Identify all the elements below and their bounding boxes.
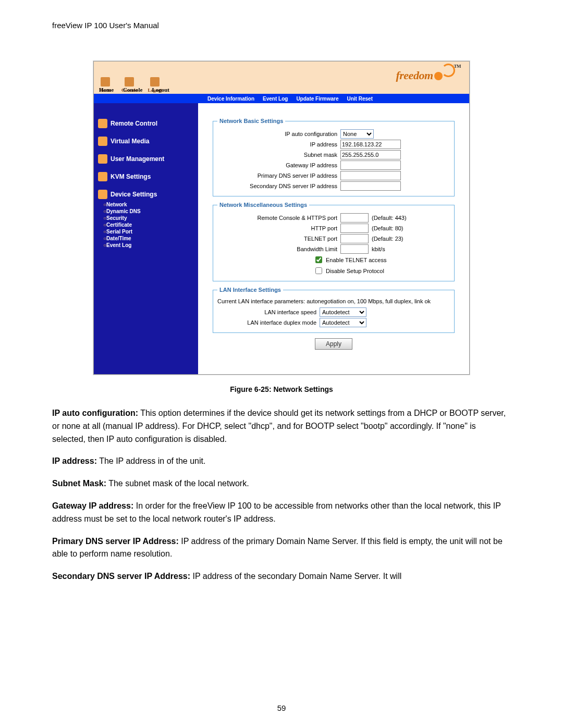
label-primary-dns: Primary DNS server IP address bbox=[217, 172, 340, 179]
lan-current-text: Current LAN interface parameters: autone… bbox=[217, 298, 450, 304]
input-subnet[interactable] bbox=[340, 150, 401, 159]
sidebar-sub-network[interactable]: ○Network bbox=[103, 201, 194, 208]
sidebar-item-label: Device Settings bbox=[111, 191, 157, 198]
sidebar-item-virtual-media[interactable]: Virtual Media bbox=[98, 137, 194, 146]
toolbar-logout-text[interactable]: Logout bbox=[152, 87, 169, 93]
brand-swirl-icon bbox=[442, 64, 455, 77]
figure-caption: Figure 6-25: Network Settings bbox=[52, 385, 511, 393]
sidebar-subnav: ○Network ○Dynamic DNS ○Security ○Certifi… bbox=[103, 201, 194, 249]
label-http-port: HTTP port bbox=[217, 225, 340, 231]
user-management-icon bbox=[98, 154, 107, 164]
select-ip-auto[interactable]: None bbox=[340, 129, 374, 139]
label-secondary-dns: Secondary DNS server IP address bbox=[217, 183, 340, 189]
input-http-port[interactable] bbox=[340, 224, 369, 233]
sidebar-item-remote-control[interactable]: Remote Control bbox=[98, 119, 194, 128]
label-lan-speed: LAN interface speed bbox=[217, 309, 320, 315]
submenu-bar: Device Information Event Log Update Firm… bbox=[94, 94, 469, 103]
input-secondary-dns[interactable] bbox=[340, 181, 401, 191]
sidebar-item-kvm-settings[interactable]: KVM Settings bbox=[98, 172, 194, 181]
content-panel: Network Basic Settings IP auto configura… bbox=[198, 103, 469, 374]
console-icon bbox=[125, 77, 134, 87]
screenshot-panel: Home Console Logout Home Console Logout … bbox=[93, 61, 470, 375]
para-gateway: Gateway IP address: In order for the fre… bbox=[52, 500, 511, 526]
page-number: 59 bbox=[0, 704, 563, 712]
device-settings-icon bbox=[98, 190, 107, 199]
logout-icon bbox=[150, 77, 160, 87]
sidebar-item-label: User Management bbox=[111, 155, 164, 163]
label-enable-telnet: Enable TELNET access bbox=[326, 257, 386, 263]
para-ip-auto: IP auto configuration: This option deter… bbox=[52, 407, 511, 446]
sidebar-sub-certificate[interactable]: ○Certificate bbox=[103, 221, 194, 228]
label-https-port: Remote Console & HTTPS port bbox=[217, 215, 340, 221]
submenu-unit-reset[interactable]: Unit Reset bbox=[347, 96, 373, 102]
checkbox-enable-telnet[interactable] bbox=[315, 256, 322, 263]
toolbar-home-text[interactable]: Home bbox=[99, 87, 114, 93]
hint-bandwidth: kbit/s bbox=[372, 246, 385, 252]
para-primary-dns: Primary DNS server IP Address: IP addres… bbox=[52, 535, 511, 561]
fieldset-lan: LAN Interface Settings Current LAN inter… bbox=[213, 287, 455, 333]
sidebar-item-label: Virtual Media bbox=[111, 138, 149, 145]
select-lan-duplex[interactable]: Autodetect bbox=[320, 318, 366, 327]
label-subnet: Subnet mask bbox=[217, 152, 340, 158]
brand-logo: freedomTM bbox=[396, 69, 463, 82]
input-bandwidth[interactable] bbox=[340, 244, 369, 254]
label-disable-setup: Disable Setup Protocol bbox=[326, 268, 384, 274]
apply-button[interactable]: Apply bbox=[315, 338, 352, 350]
sidebar-item-user-management[interactable]: User Management bbox=[98, 154, 194, 164]
para-subnet: Subnet Mask: The subnet mask of the loca… bbox=[52, 477, 511, 490]
sidebar-item-device-settings[interactable]: Device Settings bbox=[98, 190, 194, 199]
kvm-settings-icon bbox=[98, 172, 107, 181]
submenu-event-log[interactable]: Event Log bbox=[263, 96, 288, 102]
sidebar-sub-date-time[interactable]: ○Date/Time bbox=[103, 235, 194, 242]
input-telnet-port[interactable] bbox=[340, 234, 369, 243]
toolbar-console-text[interactable]: Console bbox=[123, 87, 142, 93]
input-gateway[interactable] bbox=[340, 161, 401, 170]
sidebar: Remote Control Virtual Media User Manage… bbox=[94, 103, 198, 374]
checkbox-disable-setup[interactable] bbox=[315, 267, 322, 274]
legend-lan: LAN Interface Settings bbox=[217, 287, 283, 293]
legend-network-basic: Network Basic Settings bbox=[217, 118, 285, 124]
label-gateway: Gateway IP address bbox=[217, 162, 340, 168]
brand-dot-icon bbox=[434, 72, 443, 80]
legend-network-misc: Network Miscellaneous Settings bbox=[217, 202, 309, 208]
input-ip-address[interactable] bbox=[340, 140, 401, 149]
submenu-update-firmware[interactable]: Update Firmware bbox=[296, 96, 338, 102]
fieldset-network-misc: Network Miscellaneous Settings Remote Co… bbox=[213, 202, 455, 281]
remote-control-icon bbox=[98, 119, 107, 128]
fieldset-network-basic: Network Basic Settings IP auto configura… bbox=[213, 118, 455, 196]
toolbar-text-row: Home Console Logout bbox=[99, 87, 169, 93]
virtual-media-icon bbox=[98, 137, 107, 146]
sidebar-item-label: Remote Control bbox=[111, 120, 157, 127]
input-https-port[interactable] bbox=[340, 213, 369, 223]
select-lan-speed[interactable]: Autodetect bbox=[320, 307, 366, 317]
hint-http: (Default: 80) bbox=[372, 225, 403, 231]
home-icon bbox=[101, 77, 110, 87]
hint-telnet: (Default: 23) bbox=[372, 236, 403, 242]
label-ip-address: IP address bbox=[217, 141, 340, 147]
label-telnet-port: TELNET port bbox=[217, 236, 340, 242]
input-primary-dns[interactable] bbox=[340, 171, 401, 180]
submenu-device-information[interactable]: Device Information bbox=[207, 96, 254, 102]
sidebar-sub-security[interactable]: ○Security bbox=[103, 215, 194, 221]
para-secondary-dns: Secondary DNS server IP Address: IP addr… bbox=[52, 570, 511, 583]
top-toolbar: Home Console Logout Home Console Logout … bbox=[94, 61, 469, 94]
sidebar-sub-dynamic-dns[interactable]: ○Dynamic DNS bbox=[103, 208, 194, 215]
label-lan-duplex: LAN interface duplex mode bbox=[217, 319, 320, 326]
sidebar-sub-event-log[interactable]: ○Event Log bbox=[103, 242, 194, 249]
document-header: freeView IP 100 User's Manual bbox=[52, 21, 511, 30]
sidebar-item-label: KVM Settings bbox=[111, 173, 151, 180]
label-bandwidth: Bandwidth Limit bbox=[217, 246, 340, 252]
para-ip-address: IP address: The IP address in of the uni… bbox=[52, 455, 511, 468]
hint-https: (Default: 443) bbox=[372, 215, 407, 221]
label-ip-auto: IP auto configuration bbox=[217, 131, 340, 137]
sidebar-sub-serial-port[interactable]: ○Serial Port bbox=[103, 228, 194, 235]
